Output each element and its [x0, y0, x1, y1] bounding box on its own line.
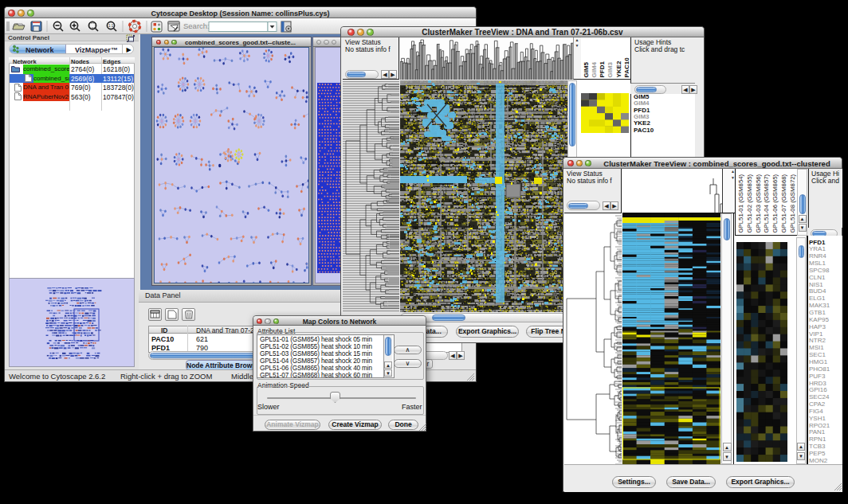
svg-text:Search:: Search: [183, 21, 210, 30]
svg-text:1:1: 1:1 [108, 24, 114, 28]
